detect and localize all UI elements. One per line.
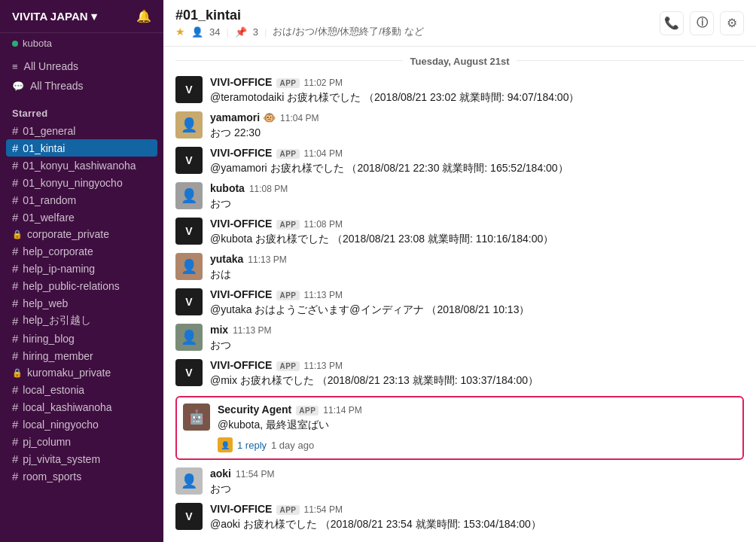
channel-label: 01_kintai	[23, 142, 65, 154]
user-status: kubota	[0, 33, 163, 56]
sidebar-channel-local_estonia[interactable]: #local_estonia	[0, 381, 163, 398]
message-header: kubota 11:08 PM	[210, 182, 744, 194]
sidebar-channel-pj_column[interactable]: #pj_column	[0, 433, 163, 450]
channel-label: hiring_blog	[23, 333, 75, 345]
avatar: 🤖	[183, 403, 210, 431]
threads-icon: 💬	[12, 81, 24, 92]
sidebar-channel-corporate_private[interactable]: 🔒corporate_private	[0, 226, 163, 242]
avatar: 👤	[175, 467, 203, 495]
sidebar-channel-kuromaku_private[interactable]: 🔒kuromaku_private	[0, 364, 163, 381]
settings-button[interactable]: ⚙	[720, 11, 744, 35]
channel-list: #01_general#01_kintai#01_konyu_kashiwano…	[0, 122, 163, 485]
hash-icon: #	[12, 262, 18, 275]
app-badge: APP	[276, 291, 299, 300]
avatar: V	[175, 288, 203, 315]
message-content: kubota 11:08 PM おつ	[210, 182, 744, 212]
channel-label: local_estonia	[23, 384, 84, 396]
hash-icon: #	[12, 435, 18, 448]
sender-name: yamamori 🐵	[210, 111, 276, 123]
message-text: @aoki お疲れ様でした （2018/08/21 23:54 就業時間: 15…	[210, 516, 744, 532]
sidebar-channel-hiring_blog[interactable]: #hiring_blog	[0, 330, 163, 347]
hash-icon: #	[12, 332, 18, 345]
channel-label: 01_konyu_ningyocho	[23, 177, 122, 189]
thread-reply[interactable]: 👤 1 reply 1 day ago	[218, 437, 736, 452]
hamburger-icon: ≡	[12, 61, 18, 72]
sidebar-channel-01_general[interactable]: #01_general	[0, 122, 163, 139]
workspace-name[interactable]: VIVITA JAPAN ▾	[12, 10, 97, 23]
members-count: 34	[209, 26, 220, 38]
sidebar-channel-help_web[interactable]: #help_web	[0, 294, 163, 312]
message-text: おつ 22:30	[210, 125, 744, 141]
all-threads-item[interactable]: 💬 All Threads	[0, 76, 163, 96]
message-row: V VIVI-OFFICE APP 11:13 PM @mix お疲れ様でした …	[175, 356, 744, 391]
hash-icon: #	[12, 452, 18, 465]
meta-sep1: |	[226, 26, 228, 38]
message-content: VIVI-OFFICE APP 11:13 PM @mix お疲れ様でした （2…	[210, 359, 744, 388]
hash-icon: #	[12, 349, 18, 362]
sidebar-channel-01_random[interactable]: #01_random	[0, 191, 163, 209]
message-header: VIVI-OFFICE APP 11:02 PM	[210, 76, 744, 88]
bell-icon[interactable]: 🔔	[136, 9, 151, 23]
channel-label: help_お引越し	[23, 314, 90, 327]
message-time: 11:04 PM	[304, 148, 343, 159]
avatar: V	[175, 503, 203, 530]
message-text: @teramotodaiki お疲れ様でした （2018/08/21 23:02…	[210, 90, 744, 105]
message-time: 11:04 PM	[280, 113, 319, 123]
hash-icon: #	[12, 418, 18, 431]
sender-name: VIVI-OFFICE	[210, 76, 272, 88]
channel-title: #01_kintai	[175, 8, 424, 23]
avatar: V	[175, 218, 203, 245]
message-row: 👤 yutaka 11:13 PM おは	[175, 250, 744, 285]
call-button[interactable]: 📞	[660, 11, 684, 35]
message-row: V VIVI-OFFICE APP 11:54 PM @aoki お疲れ様でした…	[175, 500, 744, 535]
star-icon: ★	[175, 26, 185, 38]
message-row: 👤 mix 11:13 PM おつ	[175, 321, 744, 356]
sidebar-channel-01_kintai[interactable]: #01_kintai	[6, 139, 157, 157]
message-text: おつ	[210, 481, 744, 497]
message-row: 🤖 Security Agent APP 11:14 PM @kubota, 最…	[175, 396, 744, 460]
message-text: @mix お疲れ様でした （2018/08/21 23:13 就業時間: 103…	[210, 373, 744, 388]
message-text: @yamamori お疲れ様でした （2018/08/21 22:30 就業時間…	[210, 160, 744, 176]
hash-icon: #	[12, 279, 18, 292]
sidebar-channel-01_konyu_ningyocho[interactable]: #01_konyu_ningyocho	[0, 174, 163, 191]
starred-section-label: Starred	[0, 96, 163, 122]
sender-name: VIVI-OFFICE	[210, 288, 272, 300]
channel-topic: おは/おつ/休憩/休憩終了/移動 など	[273, 25, 423, 38]
sidebar-channel-local_ningyocho[interactable]: #local_ningyocho	[0, 416, 163, 433]
channel-label: pj_vivita_system	[23, 453, 100, 465]
sidebar-channel-01_konyu_kashiwanoha[interactable]: #01_konyu_kashiwanoha	[0, 157, 163, 174]
sidebar-channel-01_welfare[interactable]: #01_welfare	[0, 209, 163, 226]
avatar: V	[175, 76, 203, 103]
message-time: 11:13 PM	[248, 254, 286, 265]
avatar: V	[175, 359, 203, 386]
message-time: 11:54 PM	[236, 469, 274, 480]
message-time: 11:13 PM	[233, 325, 271, 336]
username-label: kubota	[23, 38, 52, 49]
message-content: aoki 11:54 PM おつ	[210, 467, 744, 497]
sender-name: mix	[210, 324, 228, 336]
message-header: VIVI-OFFICE APP 11:08 PM	[210, 218, 744, 230]
info-button[interactable]: ⓘ	[690, 11, 714, 35]
app-badge: APP	[276, 505, 299, 515]
message-time: 11:08 PM	[304, 219, 343, 230]
message-content: Security Agent APP 11:14 PM @kubota, 最終退…	[218, 403, 736, 452]
channel-label: hiring_member	[23, 350, 93, 362]
sidebar-channel-help_お引越し[interactable]: #help_お引越し	[0, 312, 163, 330]
reply-avatar: 👤	[218, 437, 233, 452]
message-content: mix 11:13 PM おつ	[210, 324, 744, 353]
sidebar-channel-room_sports[interactable]: #room_sports	[0, 467, 163, 485]
sidebar-channel-help_public-relations[interactable]: #help_public-relations	[0, 277, 163, 294]
all-unreads-item[interactable]: ≡ All Unreads	[0, 56, 163, 76]
sidebar-channel-help_ip-naming[interactable]: #help_ip-naming	[0, 260, 163, 277]
sidebar-channel-pj_vivita_system[interactable]: #pj_vivita_system	[0, 450, 163, 467]
message-content: VIVI-OFFICE APP 11:04 PM @yamamori お疲れ様で…	[210, 147, 744, 176]
sidebar-channel-local_kashiwanoha[interactable]: #local_kashiwanoha	[0, 398, 163, 416]
header-actions: 📞 ⓘ ⚙	[660, 11, 744, 35]
sidebar-channel-hiring_member[interactable]: #hiring_member	[0, 347, 163, 364]
sidebar-channel-help_corporate[interactable]: #help_corporate	[0, 242, 163, 260]
reply-count: 1 reply	[237, 440, 267, 451]
channel-label: 01_random	[23, 194, 76, 206]
message-content: VIVI-OFFICE APP 11:02 PM @teramotodaiki …	[210, 76, 744, 105]
meta-sep2: |	[264, 26, 267, 38]
messages-area: Tuesday, August 21st V VIVI-OFFICE APP 1…	[163, 47, 756, 542]
